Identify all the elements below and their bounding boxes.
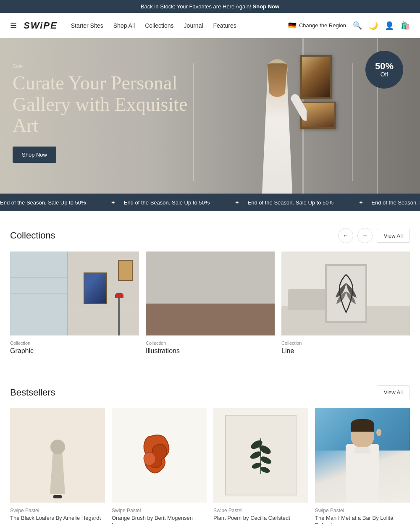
head bbox=[50, 440, 65, 454]
header-right: 🇩🇪 Change the Region 🔍 🌙 👤 🛍️ bbox=[288, 21, 410, 30]
account-icon[interactable]: 👤 bbox=[385, 21, 394, 30]
lamp-head bbox=[115, 293, 123, 298]
counter bbox=[146, 302, 275, 335]
svg-point-3 bbox=[249, 450, 262, 461]
hero-section: Sale Curate Your Personal Gallery with E… bbox=[0, 38, 420, 194]
hero-cta-button[interactable]: Shop Now bbox=[13, 147, 56, 163]
line-art-content bbox=[327, 266, 365, 321]
prod1-bg bbox=[10, 408, 105, 503]
bestsellers-title: Bestsellers bbox=[10, 387, 55, 398]
product-card-4[interactable]: Swipe Pastel The Man I Met at a Bar By L… bbox=[315, 408, 410, 524]
prod2-bg bbox=[112, 408, 207, 503]
collection-divider-illustrations bbox=[146, 360, 275, 360]
shoes bbox=[53, 495, 62, 498]
marquee-star-3: ✦ bbox=[359, 199, 363, 206]
marquee-bar: End of the Season. Sale Up to 50% ✦ End … bbox=[0, 194, 420, 211]
product-brand-4: Swipe Pastel bbox=[315, 508, 410, 514]
product-img-1 bbox=[10, 408, 105, 503]
dark-mode-icon[interactable]: 🌙 bbox=[369, 21, 378, 30]
discount-badge: 50% Off bbox=[365, 51, 403, 89]
marquee-star-2: ✦ bbox=[235, 199, 239, 206]
product-name-3: Plant Poem by Cecilia Carlstedt bbox=[213, 515, 308, 522]
collection-label-line: Collection bbox=[281, 341, 410, 346]
collections-grid: Collection Graphic bbox=[10, 252, 410, 360]
product-img-2 bbox=[112, 408, 207, 503]
header: ☰ SWiPE Starter Sites Shop All Collectio… bbox=[0, 13, 420, 38]
collection-item-illustrations[interactable]: Collection Illustrations bbox=[146, 252, 275, 360]
product-name-4: The Man I Met at a Bar By Lolita Pelegri… bbox=[315, 515, 410, 524]
bestsellers-header: Bestsellers View All bbox=[10, 385, 410, 399]
product-card-3[interactable]: Swipe Pastel Plant Poem by Cecilia Carls… bbox=[213, 408, 308, 524]
lamp-stand bbox=[118, 293, 120, 335]
collection-name-line: Line bbox=[281, 347, 410, 355]
product-brand-3: Swipe Pastel bbox=[213, 508, 308, 514]
nav-shop-all[interactable]: Shop All bbox=[113, 22, 135, 29]
menu-icon[interactable]: ☰ bbox=[10, 21, 17, 30]
main-nav: Starter Sites Shop All Collections Journ… bbox=[71, 22, 288, 29]
floor-line bbox=[10, 310, 139, 310]
product-name-1: The Black Loafers By Amelie Hegardt bbox=[10, 515, 105, 522]
discount-off: Off bbox=[381, 71, 388, 78]
line-art-frame bbox=[325, 264, 367, 323]
nav-collections[interactable]: Collections bbox=[145, 22, 173, 29]
collections-header: Collections ← → View All bbox=[10, 228, 410, 243]
cushion bbox=[288, 289, 326, 310]
nav-journal[interactable]: Journal bbox=[184, 22, 203, 29]
product-img-4 bbox=[315, 408, 410, 503]
collection-img-graphic bbox=[10, 252, 139, 335]
discount-percent: 50% bbox=[375, 61, 394, 71]
product-card-2[interactable]: Swipe Pastel Orange Brush by Berit Mogen… bbox=[112, 408, 207, 524]
collection-divider-line bbox=[281, 360, 410, 360]
collections-next-button[interactable]: → bbox=[357, 228, 373, 243]
announcement-text: Back in Stock: Your Favorites are Here A… bbox=[141, 3, 253, 10]
collection-item-graphic[interactable]: Collection Graphic bbox=[10, 252, 139, 360]
collections-header-right: ← → View All bbox=[338, 228, 410, 243]
artwork-2 bbox=[302, 103, 334, 127]
products-grid: Swipe Pastel The Black Loafers By Amelie… bbox=[10, 408, 410, 524]
flag-icon: 🇩🇪 bbox=[288, 21, 297, 29]
portrait-bg bbox=[315, 408, 410, 503]
region-selector[interactable]: 🇩🇪 Change the Region bbox=[288, 21, 346, 29]
nav-starter-sites[interactable]: Starter Sites bbox=[71, 22, 103, 29]
hero-figure bbox=[248, 59, 307, 194]
announcement-cta[interactable]: Shop Now bbox=[253, 3, 280, 10]
collection-img-illustrations bbox=[146, 252, 275, 335]
announcement-bar: Back in Stock: Your Favorites are Here A… bbox=[0, 0, 420, 13]
bestsellers-section: Bestsellers View All Swipe Pastel The Bl… bbox=[0, 377, 420, 524]
marquee-content: End of the Season. Sale Up to 50% ✦ End … bbox=[0, 199, 420, 206]
region-label: Change the Region bbox=[299, 22, 346, 29]
marquee-item-3: End of the Season. Sale Up to 50% bbox=[248, 199, 334, 206]
robe bbox=[48, 452, 67, 494]
collection-img-line bbox=[281, 252, 410, 335]
collections-section: Collections ← → View All bbox=[0, 211, 420, 377]
logo[interactable]: SWiPE bbox=[24, 20, 58, 31]
product-img-3 bbox=[213, 408, 308, 503]
marquee-item-2: End of the Season. Sale Up to 50% bbox=[124, 199, 210, 206]
nav-features[interactable]: Features bbox=[213, 22, 236, 29]
collections-title: Collections bbox=[10, 230, 55, 241]
collections-prev-button[interactable]: ← bbox=[338, 228, 353, 243]
wall-area bbox=[146, 252, 275, 304]
line-art-svg bbox=[331, 270, 361, 317]
figure-arm bbox=[289, 93, 307, 123]
collection-name-graphic: Graphic bbox=[10, 347, 139, 355]
cart-icon[interactable]: 🛍️ bbox=[401, 21, 410, 30]
product-brand-2: Swipe Pastel bbox=[112, 508, 207, 514]
collection-item-line[interactable]: Collection Line bbox=[281, 252, 410, 360]
small-frame bbox=[118, 260, 133, 281]
product-brand-1: Swipe Pastel bbox=[10, 508, 105, 514]
bestsellers-view-all-button[interactable]: View All bbox=[377, 385, 410, 399]
hero-content: Sale Curate Your Personal Gallery with E… bbox=[13, 63, 206, 163]
collection-label-graphic: Collection bbox=[10, 341, 139, 346]
plant-frame bbox=[225, 415, 297, 495]
wall-art-inner bbox=[84, 273, 106, 303]
search-icon[interactable]: 🔍 bbox=[353, 21, 362, 30]
product-card-1[interactable]: Swipe Pastel The Black Loafers By Amelie… bbox=[10, 408, 105, 524]
plant-art-svg bbox=[244, 432, 278, 478]
hero-sale-label: Sale bbox=[13, 63, 206, 69]
hero-title: Curate Your Personal Gallery with Exquis… bbox=[13, 73, 206, 136]
collections-view-all-button[interactable]: View All bbox=[377, 229, 410, 243]
window-crossbar bbox=[10, 293, 68, 294]
small-frame-inner bbox=[119, 261, 132, 280]
figure-container bbox=[48, 452, 67, 498]
